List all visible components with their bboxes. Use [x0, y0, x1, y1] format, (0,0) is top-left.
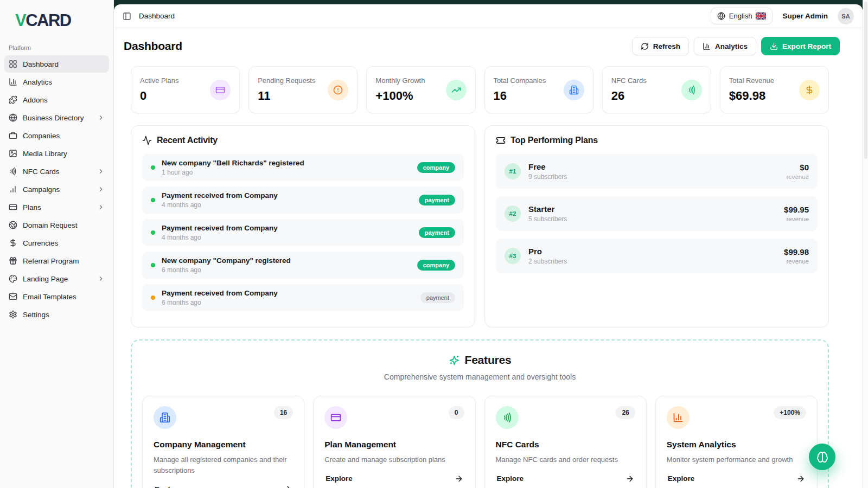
stat-label: Total Revenue	[729, 76, 774, 85]
stat-card: Active Plans 0	[131, 66, 240, 113]
feature-explore-link[interactable]: Explore	[667, 474, 806, 483]
feature-card-plan-management: 0 Plan Management Create and manage subs…	[313, 396, 475, 488]
activity-text: New company "Bell Richards" registered	[162, 159, 411, 167]
brain-icon	[816, 451, 828, 463]
top-plans-title: Top Performing Plans	[510, 136, 598, 145]
plan-rank-badge: #1	[505, 163, 521, 179]
feature-grid: 16 Company Management Manage all registe…	[142, 396, 818, 488]
sidebar-item-landing-page[interactable]: Landing Page	[4, 270, 109, 287]
plan-revenue-label: revenue	[786, 174, 809, 180]
sidebar-item-companies[interactable]: Companies	[4, 127, 109, 144]
explore-label: Explore	[326, 474, 353, 483]
sidebar-item-email-templates[interactable]: Email Templates	[4, 288, 109, 305]
sidebar-item-currencies[interactable]: Currencies	[4, 234, 109, 252]
export-report-button[interactable]: Export Report	[761, 37, 840, 55]
activity-time: 4 months ago	[162, 234, 412, 241]
credit-card-icon	[324, 406, 347, 429]
activity-item: New company "Company" registered 6 month…	[142, 252, 464, 279]
chevron-right-icon	[97, 168, 105, 175]
stat-card: Total Companies 16	[484, 66, 593, 113]
features-title: Features	[465, 354, 512, 367]
feature-description: Monitor system performance and growth	[667, 454, 806, 465]
grid-icon	[9, 60, 17, 68]
trend-icon	[446, 80, 467, 100]
sidebar-item-referral-program[interactable]: Referral Program	[4, 252, 109, 269]
refresh-button[interactable]: Refresh	[632, 37, 689, 55]
sidebar-item-media-library[interactable]: Media Library	[4, 145, 109, 162]
activity-text: Payment received from Company	[162, 224, 412, 232]
feature-title: System Analytics	[667, 440, 806, 450]
scrollbar-thumb[interactable]	[864, 2, 867, 159]
feature-description: Manage all registered companies and thei…	[154, 454, 293, 476]
sidebar-item-settings[interactable]: Settings	[4, 306, 109, 323]
sidebar-item-label: Referral Program	[23, 257, 79, 265]
nfc-icon	[681, 80, 702, 100]
feature-count-badge: 26	[616, 406, 635, 419]
plan-revenue: $99.98	[784, 247, 809, 256]
chevron-right-icon	[97, 203, 105, 211]
plan-row: #2 Starter 5 subscribers $99.95 revenue	[496, 196, 818, 231]
sidebar-toggle-icon[interactable]	[123, 12, 131, 21]
activity-badge: payment	[420, 292, 455, 303]
language-selector[interactable]: English	[711, 8, 773, 24]
plan-subscribers: 5 subscribers	[528, 215, 567, 223]
feature-card-company-management: 16 Company Management Manage all registe…	[142, 396, 304, 488]
feature-card-nfc-cards: 26 NFC Cards Manage NFC cards and order …	[484, 396, 647, 488]
activity-time: 4 months ago	[162, 201, 412, 209]
stat-value: $69.98	[729, 89, 774, 103]
analytics-button[interactable]: Analytics	[694, 37, 756, 55]
activity-badge: company	[417, 162, 455, 173]
feature-explore-link[interactable]: Explore	[324, 474, 464, 483]
recent-activity-panel: Recent Activity New company "Bell Richar…	[131, 125, 475, 328]
plan-revenue-label: revenue	[784, 216, 809, 222]
sidebar-item-label: Currencies	[23, 239, 58, 247]
sidebar-item-domain-request[interactable]: Domain Request	[4, 216, 109, 234]
activity-time: 6 months ago	[162, 266, 411, 274]
activity-time: 6 months ago	[162, 299, 414, 306]
sidebar-item-dashboard[interactable]: Dashboard	[4, 55, 109, 73]
plan-subscribers: 2 subscribers	[528, 258, 567, 265]
status-dot	[151, 296, 155, 300]
feature-title: Plan Management	[324, 440, 464, 450]
stat-card: Total Revenue $69.98	[720, 66, 829, 113]
scrollbar[interactable]	[863, 0, 868, 488]
sidebar-item-analytics[interactable]: Analytics	[4, 73, 109, 91]
content: Active Plans 0 Pending Requests 11 Month…	[114, 60, 863, 488]
export-label: Export Report	[782, 42, 831, 50]
plan-revenue-label: revenue	[784, 258, 809, 265]
sidebar-item-campaigns[interactable]: Campaigns	[4, 181, 109, 198]
stat-value: 11	[258, 89, 315, 103]
sidebar-item-label: Campaigns	[23, 185, 60, 194]
plan-row: #3 Pro 2 subscribers $99.98 revenue	[496, 239, 818, 273]
sidebar-item-label: Companies	[23, 132, 60, 140]
feature-explore-link[interactable]: Explore	[496, 474, 635, 483]
features-subtitle: Comprehensive system management and over…	[142, 373, 818, 381]
stats-row: Active Plans 0 Pending Requests 11 Month…	[131, 66, 829, 113]
logo-v: V	[15, 11, 25, 30]
features-section: Features Comprehensive system management…	[131, 339, 829, 488]
stat-label: Pending Requests	[258, 76, 315, 85]
sidebar-item-addons[interactable]: Addons	[4, 91, 109, 108]
plan-subscribers: 9 subscribers	[528, 173, 567, 181]
sidebar-item-label: Analytics	[23, 78, 52, 86]
chart-icon	[9, 78, 17, 86]
sidebar-item-business-directory[interactable]: Business Directory	[4, 109, 109, 126]
sidebar-item-label: Landing Page	[23, 275, 68, 283]
image-icon	[9, 149, 17, 158]
sidebar-item-plans[interactable]: Plans	[4, 198, 109, 216]
feature-title: NFC Cards	[496, 440, 635, 450]
logo-card: CARD	[25, 11, 71, 30]
plan-list: #1 Free 9 subscribers $0 revenue #2 Star…	[496, 154, 818, 273]
explore-label: Explore	[497, 474, 524, 483]
sidebar-item-nfc-cards[interactable]: NFC Cards	[4, 163, 109, 180]
uk-flag-icon	[756, 12, 766, 20]
feature-explore-link[interactable]: Explore	[154, 485, 293, 488]
analytics-label: Analytics	[715, 42, 748, 50]
assistant-fab-button[interactable]	[809, 444, 835, 470]
activity-item: Payment received from Company 6 months a…	[142, 284, 464, 311]
alert-icon	[328, 80, 348, 100]
avatar[interactable]: SA	[838, 8, 854, 24]
status-dot	[151, 263, 155, 267]
activity-list: New company "Bell Richards" registered 1…	[142, 154, 464, 311]
plan-revenue: $99.95	[784, 205, 809, 214]
